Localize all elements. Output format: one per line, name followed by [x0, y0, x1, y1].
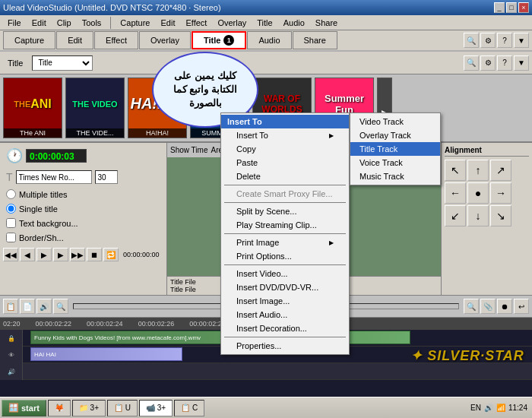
panel-icon-expand[interactable]: ▼	[514, 55, 529, 71]
multiple-titles-radio[interactable]	[6, 189, 16, 199]
ctx-delete[interactable]: Delete	[221, 169, 349, 183]
top-panel-label: Title	[3, 57, 27, 69]
border-checkbox[interactable]	[6, 233, 16, 242]
ctx-insert-decoration[interactable]: Insert Decoration...	[221, 321, 349, 335]
menu-capture[interactable]: Capture	[116, 17, 154, 29]
tl-btn-clip[interactable]: 📎	[480, 299, 496, 314]
maximize-button[interactable]: □	[506, 2, 517, 13]
close-button[interactable]: ×	[518, 2, 529, 13]
taskbar-c[interactable]: 📋 C	[174, 400, 204, 416]
start-button[interactable]: 🪟 start	[2, 400, 46, 416]
align-bc[interactable]: ↓	[467, 205, 489, 226]
nav-play[interactable]: ▶	[36, 248, 52, 261]
tl-btn-1[interactable]: 📋	[3, 299, 18, 314]
toolbar-icon-2[interactable]: ⚙	[480, 33, 496, 48]
tl-btn-2[interactable]: 📄	[20, 299, 35, 314]
tab-overlay[interactable]: Overlay	[139, 31, 191, 49]
tab-capture[interactable]: Capture	[3, 31, 55, 49]
taskbar-folder[interactable]: 📁 3+	[72, 400, 106, 416]
ctx-insert-dvd[interactable]: Insert DVD/DVD-VR...	[221, 280, 349, 294]
toolbar-icon-1[interactable]: 🔍	[464, 33, 479, 48]
menu-tools[interactable]: Tools	[78, 17, 106, 29]
submenu-title-track[interactable]: Title Track	[350, 142, 440, 156]
track-ctrl-1[interactable]: 🔒	[8, 335, 15, 342]
audio-track-content[interactable]	[23, 363, 532, 379]
align-tl[interactable]: ↖	[445, 160, 466, 181]
ctx-copy[interactable]: Copy	[221, 142, 349, 156]
menu-audio[interactable]: Audio	[279, 17, 309, 29]
font-size-input[interactable]	[95, 170, 118, 184]
ctx-print-options[interactable]: Print Options...	[221, 249, 349, 263]
tl-btn-undo[interactable]: ↩	[514, 299, 529, 314]
menu-title[interactable]: Title	[252, 17, 277, 29]
align-tr[interactable]: ↗	[490, 160, 511, 181]
ctx-streaming[interactable]: Play Streaming Clip...	[221, 218, 349, 232]
align-bl[interactable]: ↙	[445, 205, 466, 226]
panel-icon-search[interactable]: 🔍	[464, 55, 479, 71]
toolbar-icon-3[interactable]: ?	[497, 33, 512, 48]
align-br[interactable]: ↘	[490, 205, 511, 226]
menu-edit[interactable]: Edit	[27, 17, 51, 29]
tab-edit[interactable]: Edit	[56, 31, 93, 49]
ruler-t3: 00:00:02:24	[87, 320, 123, 328]
silver-star-badge: ✦ SILVER·STAR	[403, 347, 532, 363]
ctx-print-image[interactable]: Print Image ▶	[221, 236, 349, 249]
track-ctrl-2[interactable]: 👁	[8, 352, 14, 359]
menu-clip[interactable]: Clip	[52, 17, 76, 29]
tab-title[interactable]: Title 1	[192, 31, 246, 49]
align-tc[interactable]: ↑	[467, 160, 489, 181]
align-ml[interactable]: ←	[445, 182, 466, 204]
nav-repeat[interactable]: 🔁	[103, 248, 119, 261]
tl-btn-rec[interactable]: ⏺	[497, 299, 512, 314]
track-ctrl-3[interactable]: 🔊	[8, 369, 15, 375]
taskbar-videostudio[interactable]: 📹 3+	[139, 400, 173, 416]
multiple-titles-label: Multiple titles	[19, 190, 68, 199]
ctx-insert-to[interactable]: Insert To ▶	[221, 128, 349, 142]
tab-effect[interactable]: Effect	[94, 31, 138, 49]
ctx-insert-audio[interactable]: Insert Audio...	[221, 308, 349, 321]
ctx-smart-proxy: Create Smart Proxy File...	[221, 187, 349, 201]
menu-effect[interactable]: Effect	[181, 17, 211, 29]
submenu-music-track[interactable]: Music Track	[350, 169, 440, 183]
submenu-video-track[interactable]: Video Track	[350, 115, 440, 128]
ctx-split[interactable]: Split by Scene...	[221, 204, 349, 218]
title-clip[interactable]: HAI HAI	[30, 347, 182, 361]
menu-edit2[interactable]: Edit	[156, 17, 179, 29]
taskbar-firefox[interactable]: 🦊	[48, 400, 71, 416]
minimize-button[interactable]: _	[494, 2, 505, 13]
font-icon: T	[6, 171, 13, 183]
nav-end[interactable]: ⏹	[87, 248, 102, 261]
ctx-properties[interactable]: Properties...	[221, 339, 349, 353]
tab-share[interactable]: Share	[293, 31, 337, 49]
tab-audio[interactable]: Audio	[247, 31, 291, 49]
title-dropdown[interactable]: Title	[32, 55, 93, 71]
ctx-insert-video[interactable]: Insert Video...	[221, 267, 349, 280]
align-mr[interactable]: →	[490, 182, 511, 204]
nav-next[interactable]: ▶▶	[70, 248, 85, 261]
toolbar-icon-4[interactable]: ▼	[514, 33, 529, 48]
text-bg-checkbox[interactable]	[6, 218, 16, 228]
single-title-radio[interactable]	[6, 204, 16, 214]
taskbar-u[interactable]: 📋 U	[107, 400, 138, 416]
nav-next-frame[interactable]: ▶	[53, 248, 68, 261]
menu-overlay[interactable]: Overlay	[213, 17, 251, 29]
thumb-video[interactable]: THE VIDEO THE VIDE...	[65, 78, 125, 138]
thumb-ani[interactable]: THE ANI THe ANI	[3, 78, 62, 138]
submenu-overlay-track[interactable]: Overlay Track	[350, 128, 440, 142]
align-mc[interactable]: ●	[467, 182, 489, 204]
panel-icon-settings[interactable]: ⚙	[480, 55, 496, 71]
menu-share[interactable]: Share	[311, 17, 342, 29]
nav-prev-frame[interactable]: ◀	[20, 248, 35, 261]
menu-file[interactable]: File	[3, 17, 26, 29]
panel-icon-help[interactable]: ?	[497, 55, 512, 71]
ctx-paste[interactable]: Paste	[221, 156, 349, 169]
tl-zoom-out[interactable]: 🔍	[464, 299, 479, 314]
ctx-streaming-label: Play Streaming Clip...	[236, 220, 317, 230]
tl-btn-3[interactable]: 🔊	[36, 299, 52, 314]
submenu-voice-track[interactable]: Voice Track	[350, 156, 440, 169]
taskbar: 🪟 start 🦊 📁 3+ 📋 U 📹 3+ 📋 C EN 🔊 📶 11:24	[0, 397, 532, 418]
tl-zoom-in[interactable]: 🔍	[53, 299, 68, 314]
nav-prev-btn[interactable]: ◀◀	[3, 248, 18, 261]
ctx-insert-image[interactable]: Insert Image...	[221, 294, 349, 308]
font-input[interactable]	[16, 170, 92, 184]
